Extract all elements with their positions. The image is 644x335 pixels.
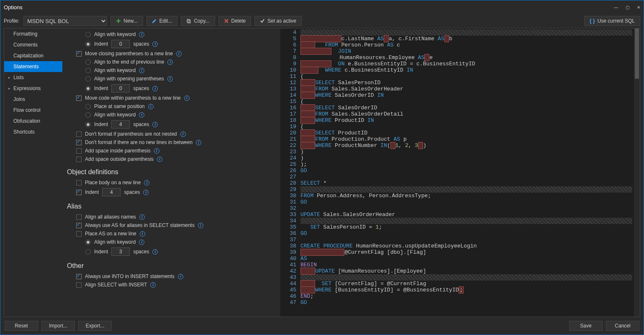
always-as-chk[interactable]	[76, 223, 82, 228]
delete-icon	[224, 18, 229, 23]
indent-input-2[interactable]	[111, 84, 130, 93]
sidebar-item-formatting[interactable]: Formatting	[4, 28, 62, 39]
place-same-radio[interactable]	[85, 104, 91, 109]
set-active-button[interactable]: Set as active	[254, 16, 302, 26]
scroll-thumb[interactable]	[635, 28, 639, 79]
cancel-button[interactable]: Cancel	[606, 321, 639, 331]
align-all-aliases-chk[interactable]	[76, 214, 82, 220]
sidebar-item-label: Capitalization	[13, 53, 44, 59]
minimize-icon[interactable]: —	[614, 5, 618, 10]
help-icon[interactable]	[139, 32, 144, 37]
dont-format-nested-chk[interactable]	[76, 131, 82, 137]
sidebar-item-label: Shortcuts	[13, 129, 35, 135]
new-button[interactable]: New...	[110, 16, 143, 26]
sidebar-item-obfuscation[interactable]: Obfuscation	[4, 116, 62, 126]
braces-icon: { }	[590, 18, 595, 24]
align-open-paren-radio[interactable]	[85, 76, 91, 82]
delete-button[interactable]: Delete	[218, 16, 251, 26]
chevron-right-icon: ▸	[8, 75, 12, 80]
align-keyword-radio[interactable]	[85, 32, 91, 37]
code-area[interactable]: c.LastName AS a, c.FirstName AS b FROM P…	[299, 28, 634, 317]
move-code-within-chk[interactable]	[76, 95, 82, 101]
help-icon[interactable]	[150, 282, 156, 288]
help-icon[interactable]	[196, 140, 201, 145]
code-preview: 4567891011121314151617181920212223242526…	[280, 28, 640, 317]
indent-input-3[interactable]	[111, 120, 130, 129]
space-inside-chk[interactable]	[76, 148, 82, 154]
sidebar-item-label: Statements	[13, 64, 39, 70]
toolbar: Profile: MSDN SQL BOL New... Edit... Cop…	[0, 14, 644, 28]
help-icon[interactable]	[143, 190, 149, 195]
align-select-insert-chk[interactable]	[76, 282, 82, 288]
help-icon[interactable]	[180, 131, 186, 137]
align-keyword-radio-2[interactable]	[85, 68, 91, 73]
sidebar-item-capitalization[interactable]: Capitalization	[4, 50, 62, 61]
help-icon[interactable]	[152, 86, 158, 91]
alias-indent-input[interactable]	[111, 247, 130, 256]
save-button[interactable]: Save	[569, 321, 603, 331]
alias-align-kw-radio[interactable]	[85, 240, 91, 245]
export-button[interactable]: Export...	[78, 321, 112, 331]
align-end-prev-radio[interactable]	[85, 59, 91, 65]
alias-indent-radio[interactable]	[85, 249, 91, 255]
sidebar-item-joins[interactable]: Joins	[4, 94, 62, 105]
help-icon[interactable]	[140, 231, 145, 237]
help-icon[interactable]	[152, 41, 158, 47]
copy-icon	[186, 18, 191, 23]
help-icon[interactable]	[139, 112, 144, 118]
copy-button[interactable]: Copy...	[181, 16, 215, 26]
sidebar-item-shortcuts[interactable]: Shortcuts	[4, 126, 62, 137]
maximize-icon[interactable]: ▢	[626, 5, 629, 10]
sidebar-item-comments[interactable]: Comments	[4, 39, 62, 50]
reset-button[interactable]: Reset	[5, 321, 38, 331]
space-outside-chk[interactable]	[76, 157, 82, 162]
objdef-indent-input[interactable]	[102, 188, 121, 196]
section-alias: Alias	[67, 203, 276, 210]
place-body-chk[interactable]	[76, 180, 82, 186]
help-icon[interactable]	[139, 240, 144, 245]
place-as-newline-chk[interactable]	[76, 231, 82, 237]
close-icon[interactable]: ✕	[637, 5, 640, 10]
indent-radio[interactable]	[85, 41, 91, 47]
window-title: Options	[4, 4, 23, 10]
sidebar-item-statements[interactable]: Statements	[4, 61, 62, 72]
use-current-sql-button[interactable]: { } Use current SQL	[584, 16, 640, 26]
main: FormattingCommentsCapitalizationStatemen…	[4, 28, 640, 317]
help-icon[interactable]	[154, 148, 159, 154]
indent-input[interactable]	[111, 40, 130, 48]
code-gutter: 4567891011121314151617181920212223242526…	[280, 28, 299, 317]
indent-radio-2[interactable]	[85, 86, 91, 91]
help-icon[interactable]	[139, 68, 144, 73]
help-icon[interactable]	[167, 59, 173, 65]
objdef-indent-chk[interactable]	[76, 190, 82, 195]
import-button[interactable]: Import...	[41, 321, 75, 331]
help-icon[interactable]	[139, 214, 145, 220]
sidebar-item-lists[interactable]: ▸Lists	[4, 72, 62, 83]
svg-rect-0	[187, 19, 190, 22]
indent-radio-3[interactable]	[85, 122, 91, 127]
help-icon[interactable]	[148, 104, 154, 109]
help-icon[interactable]	[176, 51, 182, 57]
sidebar-item-expressions[interactable]: ▸Expressions	[4, 83, 62, 94]
edit-button[interactable]: Edit...	[146, 16, 178, 26]
help-icon[interactable]	[152, 249, 158, 255]
sidebar-item-flow-control[interactable]: Flow control	[4, 105, 62, 116]
dont-format-nonew-chk[interactable]	[76, 140, 82, 145]
help-icon[interactable]	[167, 76, 173, 82]
help-icon[interactable]	[157, 157, 162, 162]
help-icon[interactable]	[184, 95, 190, 101]
sidebar-item-label: Obfuscation	[13, 118, 40, 124]
profile-select[interactable]: MSDN SQL BOL	[23, 16, 107, 26]
help-icon[interactable]	[178, 274, 183, 279]
window-buttons: — ▢ ✕	[614, 5, 640, 10]
sidebar-item-label: Formatting	[13, 31, 37, 37]
align-keyword-radio-3[interactable]	[85, 112, 91, 118]
move-closing-chk[interactable]	[76, 51, 82, 57]
code-scrollbar[interactable]	[634, 28, 640, 317]
help-icon[interactable]	[144, 180, 149, 186]
always-into-chk[interactable]	[76, 274, 82, 279]
section-object-definitions: Object definitions	[67, 168, 276, 176]
help-icon[interactable]	[152, 122, 158, 127]
help-icon[interactable]	[198, 223, 203, 228]
sidebar-item-label: Lists	[13, 75, 24, 80]
